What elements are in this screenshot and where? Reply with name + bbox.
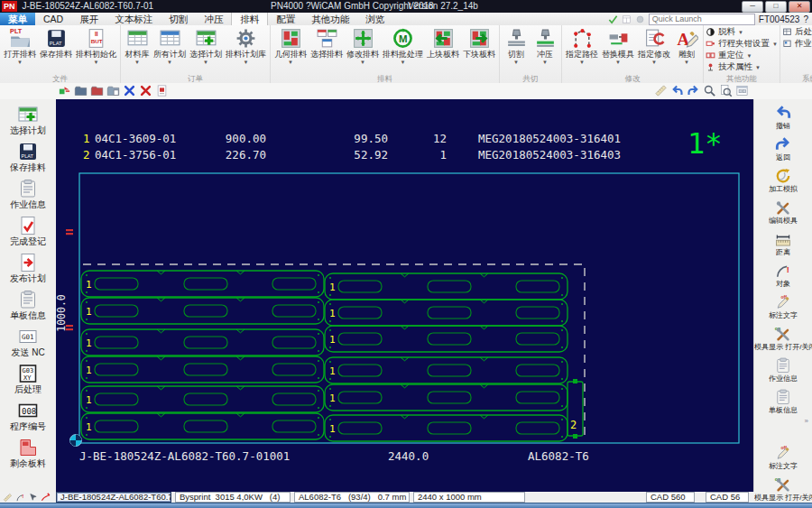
object-curve-icon[interactable]: !: [15, 493, 25, 503]
ribbon-item-冲压[interactable]: 冲压▼: [531, 26, 559, 66]
sidebar-item-模具显示-打开/关闭[interactable]: on模具显示 打开/关闭: [754, 325, 812, 352]
ribbon-item-作业信息[interactable]: 作业信息▼: [782, 38, 812, 50]
menu-tab-其他功能[interactable]: 其他功能: [303, 13, 357, 25]
sidebar-item-距离[interactable]: 距离: [774, 230, 792, 257]
quick-launch-input[interactable]: [649, 14, 755, 25]
dropdown-caret-icon[interactable]: ▼: [755, 65, 761, 70]
sidebar-item-后处理[interactable]: G03XY后处理: [14, 363, 42, 395]
dropdown-caret-icon[interactable]: ▼: [579, 60, 585, 65]
dropdown-caret-icon[interactable]: ▼: [203, 60, 208, 65]
menu-tab-CAD[interactable]: CAD: [35, 13, 71, 25]
undo-small-icon[interactable]: [670, 84, 684, 97]
overflow-chevron[interactable]: »: [805, 417, 808, 425]
status-field-3[interactable]: 2440 x 1000 mm: [413, 492, 525, 503]
menu-tab-展开[interactable]: 展开: [71, 13, 106, 25]
dropdown-caret-icon[interactable]: ▼: [288, 60, 293, 65]
dropdown-caret-icon[interactable]: ▼: [651, 60, 657, 65]
dropdown-caret-icon[interactable]: ▼: [684, 60, 689, 65]
sidebar-item-作业信息[interactable]: 作业信息: [769, 356, 798, 383]
nesting-canvas-area[interactable]: 104C1-3609-01900.0099.5012MEG20180524003…: [56, 99, 753, 492]
menu-tab-menu[interactable]: 菜单: [0, 13, 35, 25]
ribbon-item-排料批处理[interactable]: M排料批处理▼: [381, 26, 425, 66]
ribbon-item-行程夹钳设置[interactable]: 行程夹钳设置▼: [706, 38, 778, 50]
ribbon-item-脱料[interactable]: 脱料▼: [706, 26, 743, 38]
sidebar-item-对象[interactable]: !对象: [774, 262, 792, 289]
zoom-window-icon[interactable]: [735, 84, 749, 97]
ribbon-item-排料初始化[interactable]: IIBUT排料初始化▼: [74, 26, 118, 66]
help-button[interactable]: ?: [803, 14, 808, 24]
nest-new-icon[interactable]: [58, 84, 71, 97]
menu-tab-浏览[interactable]: 浏览: [357, 13, 392, 25]
zoom-glass-icon[interactable]: [703, 84, 716, 97]
dropdown-caret-icon[interactable]: ▼: [513, 60, 519, 65]
window-panel-icon[interactable]: [622, 14, 632, 24]
close-button[interactable]: ✕: [789, 1, 810, 13]
menu-tab-排料[interactable]: 排料: [231, 13, 268, 25]
ribbon-item-材料库[interactable]: 材料库▼: [123, 26, 152, 66]
dropdown-caret-icon[interactable]: ▼: [615, 60, 621, 65]
dropdown-caret-icon[interactable]: ▼: [134, 60, 140, 65]
status-field-4[interactable]: CAD 560: [646, 492, 695, 503]
status-field-2[interactable]: AL6082-T6 (93/4) 0.7 mm: [294, 492, 410, 503]
dropdown-caret-icon[interactable]: ▼: [401, 60, 406, 65]
dropdown-caret-icon[interactable]: ▼: [738, 30, 743, 35]
dropdown-caret-icon[interactable]: ▼: [747, 53, 752, 59]
sidebar-item-发送-NC[interactable]: G01发送 NC: [11, 326, 44, 358]
ribbon-item-指定修改[interactable]: 指定修改▼: [636, 26, 672, 66]
dropdown-caret-icon[interactable]: ▼: [772, 42, 778, 47]
sidebar-item-加工模拟[interactable]: 加工模拟: [769, 167, 798, 194]
dropdown-caret-icon[interactable]: ▼: [167, 60, 172, 65]
sidebar-item-编辑模具[interactable]: 编辑模具: [769, 199, 798, 226]
ribbon-item-指定路径[interactable]: 指定路径▼: [564, 26, 600, 66]
ribbon-item-技术属性[interactable]: 技术属性▼: [706, 61, 761, 73]
ribbon-item-重定位[interactable]: 重定位▼: [706, 50, 752, 61]
minimize-button[interactable]: ─: [742, 1, 763, 13]
ribbon-item-上块板料[interactable]: 上块板料: [425, 26, 461, 66]
x-red-icon[interactable]: [139, 84, 152, 97]
ribbon-item-排料计划库[interactable]: 排料计划库▼: [224, 26, 268, 66]
sidebar-item-作业信息[interactable]: 作业信息: [10, 178, 46, 210]
dropdown-caret-icon[interactable]: ▼: [542, 60, 548, 65]
ribbon-item-切割[interactable]: 切割▼: [502, 26, 531, 66]
sidebar-item-标注文字[interactable]: off标注文字: [769, 444, 798, 471]
sidebar-item-保存排料[interactable]: PLAT保存排料: [10, 141, 46, 173]
select-check-icon[interactable]: [28, 493, 38, 503]
sidebar-item-选择计划[interactable]: 选择计划: [10, 104, 46, 136]
menu-tab-切割[interactable]: 切割: [161, 13, 196, 25]
ribbon-item-替换模具[interactable]: 替换模具▼: [600, 26, 636, 66]
measure-icon[interactable]: [654, 84, 668, 97]
ribbon-item-所有计划[interactable]: 所有计划▼: [152, 26, 188, 66]
x-blue-icon[interactable]: [123, 84, 136, 97]
ribbon-item-打开排料[interactable]: PLT打开排料▼: [2, 26, 38, 66]
folder-dark-icon[interactable]: [74, 84, 88, 97]
doc-red-icon[interactable]: [155, 84, 169, 97]
menu-tab-文本标注[interactable]: 文本标注: [106, 13, 161, 25]
status-field-5[interactable]: CAD 56: [706, 492, 749, 503]
menu-tab-配置[interactable]: 配置: [268, 13, 303, 25]
ribbon-item-雕刻[interactable]: A雕刻▼: [672, 26, 701, 66]
menu-tab-冲压[interactable]: 冲压: [196, 13, 231, 25]
sidebar-item-程序编号[interactable]: 008程序编号: [10, 400, 46, 432]
ribbon-item-下块板料[interactable]: 下块板料: [461, 26, 497, 66]
ribbon-item-选择计划[interactable]: 选择计划▼: [188, 26, 224, 66]
ribbon-item-修改排料[interactable]: 修改排料▼: [345, 26, 381, 66]
redo-small-icon[interactable]: [687, 84, 700, 97]
sidebar-item-单板信息[interactable]: 单板信息: [10, 289, 46, 321]
dropdown-caret-icon[interactable]: ▼: [17, 60, 23, 65]
ribbon-item-选择排料[interactable]: 选择排料: [309, 26, 345, 66]
ribbon-item-几何排料[interactable]: 几何排料▼: [272, 26, 309, 66]
nesting-drawing[interactable]: 104C1-3609-01900.0099.5012MEG20180524003…: [56, 99, 753, 492]
folder-save-icon[interactable]: [106, 84, 120, 97]
ribbon-item-保存排料[interactable]: PLAT保存排料: [38, 26, 74, 66]
maximize-button[interactable]: □: [765, 1, 787, 13]
status-field-0[interactable]: J-BE-180524Z-AL6082-T60.7-01: [56, 492, 171, 503]
folder-red-icon[interactable]: [90, 84, 104, 97]
status-field-1[interactable]: Bysprint 3015 4,0KW (4): [175, 492, 291, 503]
sidebar-item-剩余板料[interactable]: 剩余板料: [10, 437, 46, 469]
measure-icon[interactable]: [3, 493, 13, 503]
sidebar-item-完成登记[interactable]: 完成登记: [10, 215, 46, 247]
sidebar-item-发布计划[interactable]: 发布计划: [10, 252, 46, 284]
dropdown-caret-icon[interactable]: ▼: [244, 60, 249, 65]
sidebar-item-单板信息[interactable]: 单板信息: [769, 388, 798, 415]
dropdown-caret-icon[interactable]: ▼: [94, 60, 99, 65]
